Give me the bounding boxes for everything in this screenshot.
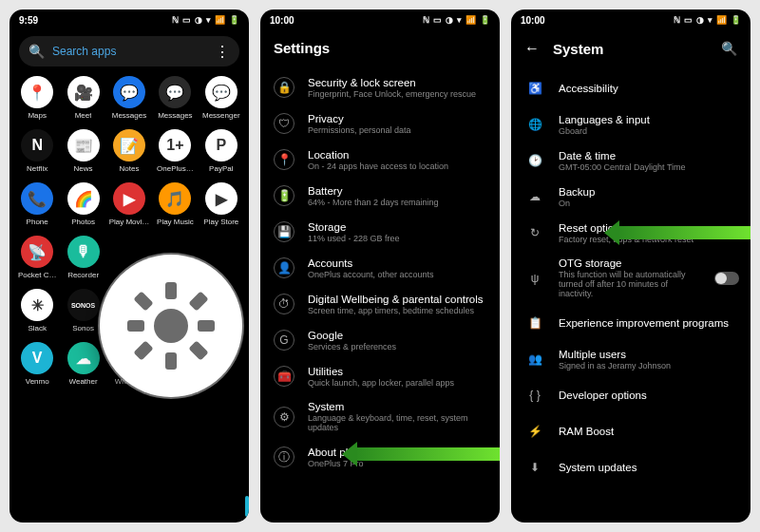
row-text: Storage11% used - 228 GB free <box>308 221 488 243</box>
row-icon: ⚙ <box>274 407 294 428</box>
row-icon: 🕑 <box>524 150 545 171</box>
settings-row-utilities[interactable]: 🧰UtilitiesQuick launch, app locker, para… <box>260 358 500 394</box>
settings-app-highlight[interactable] <box>100 255 242 397</box>
svg-rect-2 <box>165 352 177 370</box>
app-venmo[interactable]: VVenmo <box>15 342 59 386</box>
row-subtitle: Gboard <box>559 126 739 136</box>
app-pocket-c-[interactable]: 📡Pocket C… <box>15 236 59 279</box>
app-label: Play Store <box>203 218 238 226</box>
row-text: Battery64% - More than 2 days remaining <box>308 185 488 207</box>
app-icon <box>205 236 238 268</box>
app-label: Play Movi… <box>109 218 150 226</box>
row-icon: 🌐 <box>524 114 545 135</box>
row-icon: G <box>274 330 294 351</box>
app-label: Maps <box>28 111 47 120</box>
app-label: Phone <box>27 218 48 226</box>
settings-row-google[interactable]: GGoogleServices & preferences <box>260 322 500 358</box>
app-recorder[interactable]: 🎙Recorder <box>62 236 105 279</box>
app-paypal[interactable]: PPayPal <box>200 129 243 173</box>
app-icon: 💬 <box>159 76 191 108</box>
status-icons: ℕ▭◑▾📶🔋 <box>674 15 741 25</box>
search-icon[interactable]: 🔍 <box>721 41 737 56</box>
app-phone[interactable]: 📞Phone <box>15 182 59 226</box>
svg-rect-5 <box>133 291 153 311</box>
settings-row-system-updates[interactable]: ⬇System updates <box>511 449 750 485</box>
app-news[interactable]: 📰News <box>62 129 105 173</box>
row-icon: ⚡ <box>524 421 545 442</box>
app-slack[interactable]: ✳Slack <box>15 289 59 332</box>
app-play-movi-[interactable]: ▶Play Movi… <box>107 182 151 226</box>
app-messages[interactable]: 💬Messages <box>107 76 151 120</box>
row-text: LocationOn - 24 apps have access to loca… <box>308 149 488 171</box>
back-icon[interactable]: ← <box>524 40 540 57</box>
app-photos[interactable]: 🌈Photos <box>62 182 105 226</box>
row-title: Digital Wellbeing & parental controls <box>308 294 488 305</box>
row-text: Digital Wellbeing & parental controlsScr… <box>308 294 488 315</box>
settings-row-battery[interactable]: 🔋Battery64% - More than 2 days remaining <box>260 178 500 214</box>
settings-row-accounts[interactable]: 👤AccountsOnePlus account, other accounts <box>260 250 500 286</box>
settings-row-system[interactable]: ⚙SystemLanguage & keyboard, time, reset,… <box>260 394 500 439</box>
row-icon: ⓘ <box>274 446 294 467</box>
row-title: System <box>308 401 488 412</box>
row-text: Date & timeGMT-05:00 Central Daylight Ti… <box>559 150 739 172</box>
settings-row-ram-boost[interactable]: ⚡RAM Boost <box>511 413 750 449</box>
row-text: RAM Boost <box>559 426 739 437</box>
app-weather[interactable]: ☁Weather <box>62 342 105 386</box>
row-icon: 👤 <box>274 257 294 278</box>
settings-row-date-time[interactable]: 🕑Date & timeGMT-05:00 Central Daylight T… <box>511 142 750 179</box>
row-subtitle: Signed in as Jeramy Johnson <box>559 361 739 370</box>
row-text: Accessibility <box>559 83 739 94</box>
app-label: PayPal <box>209 164 233 173</box>
app-icon: P <box>205 129 238 162</box>
app-maps[interactable]: 📍Maps <box>15 76 59 120</box>
settings-row-otg-storage[interactable]: ψOTG storageThis function will be automa… <box>511 251 750 305</box>
app-icon: V <box>21 342 53 374</box>
settings-row-accessibility[interactable]: ♿Accessibility <box>511 70 750 106</box>
app-label: Venmo <box>26 377 49 386</box>
row-title: Utilities <box>308 366 488 377</box>
row-text: Experience improvement programs <box>559 317 739 329</box>
app-label: Messenger <box>202 111 240 120</box>
app-label: Sonos <box>72 324 94 332</box>
search-apps-bar[interactable]: 🔍 Search apps ⋮ <box>19 36 239 66</box>
row-text: Languages & inputGboard <box>559 114 739 136</box>
settings-row-experience-improvement-programs[interactable]: 📋Experience improvement programs <box>511 305 750 341</box>
settings-row-location[interactable]: 📍LocationOn - 24 apps have access to loc… <box>260 142 500 178</box>
app-sonos[interactable]: SONOSSonos <box>62 289 105 332</box>
settings-row-multiple-users[interactable]: 👥Multiple usersSigned in as Jeramy Johns… <box>511 341 750 377</box>
settings-row-digital-wellbeing-parental-controls[interactable]: ⏱Digital Wellbeing & parental controlsSc… <box>260 286 500 322</box>
row-text: Multiple usersSigned in as Jeramy Johnso… <box>559 349 739 370</box>
phone-app-drawer: 9:59 ℕ▭◑▾📶🔋 🔍 Search apps ⋮ 📍Maps🎥Meet💬M… <box>10 10 249 522</box>
app-oneplus-[interactable]: 1+OnePlus… <box>153 129 197 173</box>
row-icon: 📍 <box>274 149 294 170</box>
row-icon: ⬇ <box>524 457 545 478</box>
app-label: Weather <box>69 377 98 386</box>
app-notes[interactable]: 📝Notes <box>107 129 151 173</box>
row-subtitle: OnePlus account, other accounts <box>308 270 488 279</box>
toggle[interactable] <box>714 272 739 285</box>
app-play-music[interactable]: 🎵Play Music <box>153 182 197 226</box>
row-icon: 💾 <box>274 221 294 242</box>
status-bar: 9:59 ℕ▭◑▾📶🔋 <box>10 10 249 30</box>
system-list: ♿Accessibility🌐Languages & inputGboard🕑D… <box>511 70 750 522</box>
settings-row-developer-options[interactable]: { }Developer options <box>511 377 750 413</box>
row-icon: ↻ <box>524 222 545 243</box>
app-meet[interactable]: 🎥Meet <box>62 76 105 120</box>
more-icon[interactable]: ⋮ <box>215 43 230 61</box>
app-play-store[interactable]: ▶Play Store <box>200 182 243 226</box>
settings-row-backup[interactable]: ☁BackupOn <box>511 179 750 215</box>
row-title: Privacy <box>308 113 488 124</box>
settings-row-privacy[interactable]: 🛡PrivacyPermissions, personal data <box>260 105 500 142</box>
row-title: Google <box>308 330 488 341</box>
app-messenger[interactable]: 💬Messenger <box>200 76 243 120</box>
settings-row-security-lock-screen[interactable]: 🔒Security & lock screenFingerprint, Face… <box>260 69 500 105</box>
app-label: Netflix <box>27 164 48 173</box>
app-messages[interactable]: 💬Messages <box>153 76 197 120</box>
status-time: 10:00 <box>270 15 294 26</box>
settings-row-storage[interactable]: 💾Storage11% used - 228 GB free <box>260 214 500 250</box>
app-icon: SONOS <box>67 289 100 321</box>
search-placeholder: Search apps <box>52 45 207 58</box>
app-netflix[interactable]: NNetflix <box>15 129 59 173</box>
settings-row-languages-input[interactable]: 🌐Languages & inputGboard <box>511 106 750 142</box>
row-title: Backup <box>559 186 739 198</box>
